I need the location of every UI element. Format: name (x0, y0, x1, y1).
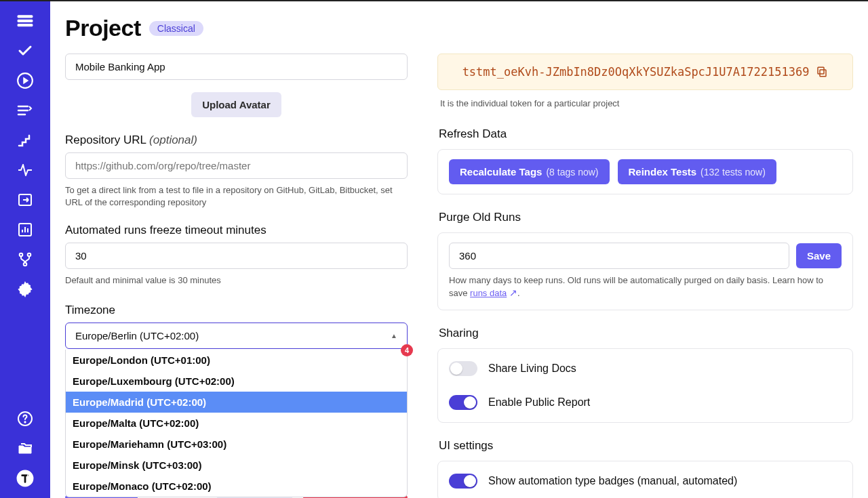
timezone-option[interactable]: Europe/Madrid (UTC+02:00) (66, 392, 407, 413)
timezone-dropdown: Europe/London (UTC+01:00)Europe/Luxembou… (65, 350, 408, 497)
main-content: Project Classical Upload Avatar Reposito… (50, 1, 868, 498)
freeze-input[interactable] (65, 243, 408, 269)
timezone-select[interactable]: Europe/Berlin (UTC+02:00) ▲ (65, 323, 408, 349)
automation-badges-label: Show automation type badges (manual, aut… (488, 475, 737, 487)
timezone-option[interactable]: Europe/Mariehamn (UTC+03:00) (66, 434, 407, 455)
project-type-badge: Classical (149, 21, 203, 36)
svg-point-6 (20, 253, 23, 257)
svg-point-12 (27, 475, 28, 476)
repo-label: Repository URL (optional) (65, 133, 408, 147)
upload-avatar-button[interactable]: Upload Avatar (191, 92, 281, 117)
purge-days-input[interactable] (449, 243, 789, 269)
pulse-icon[interactable] (16, 161, 34, 179)
api-token: tstmt_oeKvh-JZmbIn8Dz0OqXkYSUZkaSpcJ1U7A… (462, 65, 810, 79)
timezone-option[interactable]: Europe/Monaco (UTC+02:00) (66, 476, 407, 497)
svg-point-10 (24, 421, 26, 423)
automation-badges-toggle[interactable] (449, 474, 477, 489)
timezone-label: Timezone (65, 304, 408, 317)
external-link-icon: ↗ (509, 287, 517, 298)
freeze-help: Default and minimal value is 30 minutes (65, 274, 408, 287)
ui-settings-heading: UI settings (439, 439, 853, 453)
svg-point-8 (24, 263, 27, 266)
token-help: It is the individual token for a particu… (440, 98, 853, 108)
runs-data-link[interactable]: runs data (470, 288, 507, 298)
purge-save-button[interactable]: Save (796, 243, 842, 268)
svg-point-7 (28, 253, 31, 257)
enable-public-report-label: Enable Public Report (488, 396, 590, 409)
share-living-docs-label: Share Living Docs (488, 362, 576, 375)
gear-icon[interactable] (16, 281, 34, 298)
play-circle-icon[interactable] (16, 72, 34, 89)
svg-rect-2 (18, 24, 33, 26)
page-title: Project (65, 15, 141, 41)
menu-icon[interactable] (16, 12, 34, 30)
sharing-heading: Sharing (439, 327, 853, 340)
timezone-option[interactable]: Europe/London (UTC+01:00) (66, 350, 407, 371)
branch-icon[interactable] (16, 251, 34, 268)
annotation-badge-4: 4 (401, 344, 413, 356)
share-living-docs-toggle[interactable] (449, 361, 477, 376)
check-icon[interactable] (16, 42, 34, 60)
recalc-tags-button[interactable]: Recalculate Tags(8 tags now) (449, 159, 610, 184)
project-name-input[interactable] (65, 54, 408, 80)
freeze-label: Automated runs freeze timeout minutes (65, 224, 408, 237)
repo-url-input[interactable] (65, 152, 408, 179)
svg-rect-1 (18, 20, 33, 22)
import-icon[interactable] (16, 191, 34, 209)
purge-help: How many days to keep runs. Old runs wil… (449, 274, 842, 300)
sidebar (0, 1, 50, 498)
timezone-option[interactable]: Europe/Luxembourg (UTC+02:00) (66, 371, 407, 392)
svg-rect-21 (820, 70, 826, 77)
steps-icon[interactable] (16, 131, 34, 149)
reindex-tests-button[interactable]: Reindex Tests(132 tests now) (618, 159, 776, 184)
svg-rect-22 (818, 67, 824, 74)
repo-help: To get a direct link from a test to file… (65, 184, 408, 209)
purge-heading: Purge Old Runs (439, 211, 853, 224)
timezone-option[interactable]: Europe/Malta (UTC+02:00) (66, 413, 407, 434)
copy-icon[interactable] (816, 66, 828, 78)
analytics-icon[interactable] (16, 221, 34, 238)
token-card: tstmt_oeKvh-JZmbIn8Dz0OqXkYSUZkaSpcJ1U7A… (437, 54, 853, 90)
logo-icon[interactable] (16, 470, 34, 487)
svg-rect-0 (18, 16, 33, 18)
enable-public-report-toggle[interactable] (449, 395, 477, 410)
folders-icon[interactable] (16, 440, 34, 457)
caret-icon: ▲ (391, 332, 397, 339)
help-icon[interactable] (16, 410, 34, 428)
runs-icon[interactable] (16, 102, 34, 119)
refresh-data-heading: Refresh Data (439, 127, 853, 141)
timezone-option[interactable]: Europe/Minsk (UTC+03:00) (66, 455, 407, 476)
